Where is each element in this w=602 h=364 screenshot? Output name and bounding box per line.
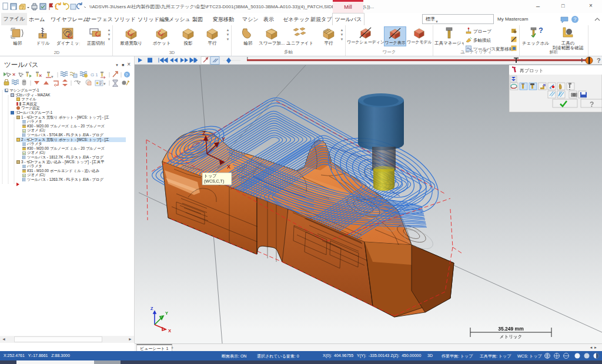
svg-text:(WCS,C,T): (WCS,C,T) (204, 179, 224, 184)
svg-text:X: X (168, 328, 171, 333)
svg-text:Y: Y (222, 136, 225, 142)
svg-text:×: × (39, 73, 43, 79)
svg-text:▾: ▾ (51, 75, 55, 79)
svg-text:Z: Z (202, 130, 206, 136)
svg-text:▾: ▾ (103, 82, 107, 86)
svg-text:?: ? (597, 57, 601, 64)
svg-text:Z: Z (150, 306, 153, 311)
svg-text:X: X (227, 164, 230, 170)
svg-text:メトリック: メトリック (500, 334, 522, 339)
svg-text:?: ? (573, 16, 576, 22)
svg-text:?: ? (539, 26, 543, 35)
svg-text:G1: G1 (91, 72, 99, 77)
svg-text:×: × (12, 72, 16, 77)
svg-text:Y: Y (165, 311, 168, 316)
svg-text:?: ? (590, 100, 594, 109)
svg-text:トップ: トップ (204, 174, 217, 178)
svg-text:35.249 mm: 35.249 mm (498, 326, 524, 332)
svg-text:?: ? (125, 72, 129, 77)
svg-text:再プロット: 再プロット (520, 68, 544, 73)
